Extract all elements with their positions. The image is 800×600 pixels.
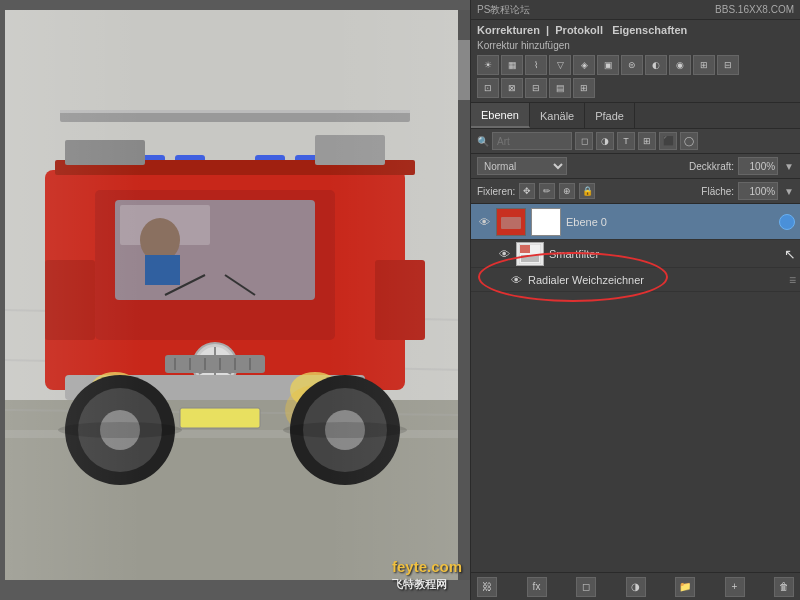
- add-correction-label: Korrektur hinzufügen: [477, 40, 794, 51]
- watermark-line1: feyte.com: [392, 556, 462, 577]
- site-label: PS教程论坛: [477, 3, 530, 17]
- fix-draw-icon[interactable]: ✏: [539, 183, 555, 199]
- fixieren-label: Fixieren:: [477, 186, 515, 197]
- layer-name-0: Ebene 0: [566, 216, 778, 228]
- watermark-line2: 飞特教程网: [392, 577, 462, 592]
- delete-layer-icon[interactable]: 🗑: [774, 577, 794, 597]
- smartfilter-thumbnail: [516, 242, 544, 266]
- watermark: feyte.com 飞特教程网: [392, 556, 462, 592]
- layer-filter-toggle[interactable]: ◯: [680, 132, 698, 150]
- right-panel: PS教程论坛 BBS.16XX8.COM Korrekturen | Proto…: [470, 0, 800, 600]
- sub-filter-name: Radialer Weichzeichner: [528, 274, 789, 286]
- sub-filter-visibility[interactable]: 👁: [507, 271, 525, 289]
- curves-icon[interactable]: ⌇: [525, 55, 547, 75]
- fix-pos-icon[interactable]: ⊕: [559, 183, 575, 199]
- layer-filter-color[interactable]: ⬛: [659, 132, 677, 150]
- tab-ebenen[interactable]: Ebenen: [471, 103, 530, 128]
- filter-sub-row[interactable]: 👁 Radialer Weichzeichner ≡: [471, 268, 800, 292]
- colorbal-icon[interactable]: ⊜: [621, 55, 643, 75]
- search-input[interactable]: [492, 132, 572, 150]
- search-label: 🔍: [477, 136, 489, 147]
- mask-icon[interactable]: ◻: [576, 577, 596, 597]
- gradient-map-icon[interactable]: ▤: [549, 78, 571, 98]
- fix-move-icon[interactable]: ✥: [519, 183, 535, 199]
- svg-rect-54: [532, 209, 560, 235]
- blend-mode-select[interactable]: Normal: [477, 157, 567, 175]
- filter-options-icon[interactable]: ≡: [789, 273, 796, 287]
- svg-rect-51: [5, 10, 465, 580]
- corrections-icon-row-2: ⊡ ⊠ ⊟ ▤ ⊞: [477, 78, 794, 98]
- top-info-bar: PS教程论坛 BBS.16XX8.COM: [471, 0, 800, 20]
- layer-extra-0: [778, 214, 796, 230]
- vibrance-icon[interactable]: ◈: [573, 55, 595, 75]
- fire-truck-svg: [5, 10, 465, 580]
- flaeche-label: Fläche:: [701, 186, 734, 197]
- svg-rect-53: [501, 217, 521, 229]
- layer-filter-adj[interactable]: ◑: [596, 132, 614, 150]
- smartfilter-name: Smartfilter: [549, 248, 780, 260]
- tab-pfade[interactable]: Pfade: [585, 103, 635, 128]
- brightness-icon[interactable]: ☀: [477, 55, 499, 75]
- flaeche-input[interactable]: [738, 182, 778, 200]
- layers-tabs: Ebenen Kanäle Pfade: [471, 103, 800, 129]
- corrections-panel: Korrekturen | Protokoll Eigenschaften Ko…: [471, 20, 800, 103]
- canvas-image: [5, 10, 465, 580]
- posterize-icon[interactable]: ⊠: [501, 78, 523, 98]
- corrections-icon-row-1: ☀ ▦ ⌇ ▽ ◈ ▣ ⊜ ◐ ◉ ⊞ ⊟: [477, 55, 794, 75]
- flaeche-chevron[interactable]: ▼: [784, 186, 794, 197]
- opacity-input[interactable]: [738, 157, 778, 175]
- bw-icon[interactable]: ◐: [645, 55, 667, 75]
- blend-mode-row: Normal Deckkraft: ▼: [471, 154, 800, 179]
- adj-icon[interactable]: ◑: [626, 577, 646, 597]
- exposure-icon[interactable]: ▽: [549, 55, 571, 75]
- layers-toolbar: 🔍 ◻ ◑ T ⊞ ⬛ ◯: [471, 129, 800, 154]
- photo-filter-icon[interactable]: ◉: [669, 55, 691, 75]
- selective-color-icon[interactable]: ⊞: [573, 78, 595, 98]
- tab-kanaele[interactable]: Kanäle: [530, 103, 585, 128]
- link-icon[interactable]: ⛓: [477, 577, 497, 597]
- fix-all-icon[interactable]: 🔒: [579, 183, 595, 199]
- layers-list: 👁 Ebene 0 👁: [471, 204, 800, 572]
- smartfilter-visibility[interactable]: 👁: [495, 245, 513, 263]
- layer-smart-indicator: [779, 214, 795, 230]
- corrections-title: Korrekturen | Protokoll Eigenschaften: [477, 24, 794, 36]
- layers-bottom: ⛓ fx ◻ ◑ 📁 + 🗑: [471, 572, 800, 600]
- canvas-scrollbar-thumb[interactable]: [458, 40, 470, 100]
- svg-rect-56: [520, 245, 530, 253]
- canvas-area: feyte.com 飞特教程网: [0, 0, 470, 600]
- svg-rect-57: [521, 255, 539, 262]
- mixer-icon[interactable]: ⊞: [693, 55, 715, 75]
- color-lookup-icon[interactable]: ⊟: [717, 55, 739, 75]
- layer-visibility-0[interactable]: 👁: [475, 213, 493, 231]
- fx-icon[interactable]: fx: [527, 577, 547, 597]
- cursor-icon: ↖: [784, 246, 796, 262]
- layer-filter-smart[interactable]: ⊞: [638, 132, 656, 150]
- opacity-chevron[interactable]: ▼: [784, 161, 794, 172]
- layer-thumbnail-0: [496, 208, 526, 236]
- new-layer-icon[interactable]: +: [725, 577, 745, 597]
- threshold-icon[interactable]: ⊟: [525, 78, 547, 98]
- invert-icon[interactable]: ⊡: [477, 78, 499, 98]
- hsl-icon[interactable]: ▣: [597, 55, 619, 75]
- site-url: BBS.16XX8.COM: [715, 4, 794, 15]
- smartfilter-row[interactable]: 👁 Smartfilter ↖: [471, 240, 800, 268]
- layer-filter-pixel[interactable]: ◻: [575, 132, 593, 150]
- opacity-label: Deckkraft:: [689, 161, 734, 172]
- layers-panel: Ebenen Kanäle Pfade 🔍 ◻ ◑ T ⊞ ⬛ ◯ Normal…: [471, 103, 800, 600]
- folder-icon[interactable]: 📁: [675, 577, 695, 597]
- canvas-scrollbar[interactable]: [458, 10, 470, 580]
- layer-filter-type[interactable]: T: [617, 132, 635, 150]
- levels-icon[interactable]: ▦: [501, 55, 523, 75]
- fix-row: Fixieren: ✥ ✏ ⊕ 🔒 Fläche: ▼: [471, 179, 800, 204]
- layer-mask-thumbnail-0: [531, 208, 561, 236]
- layer-item-0[interactable]: 👁 Ebene 0: [471, 204, 800, 240]
